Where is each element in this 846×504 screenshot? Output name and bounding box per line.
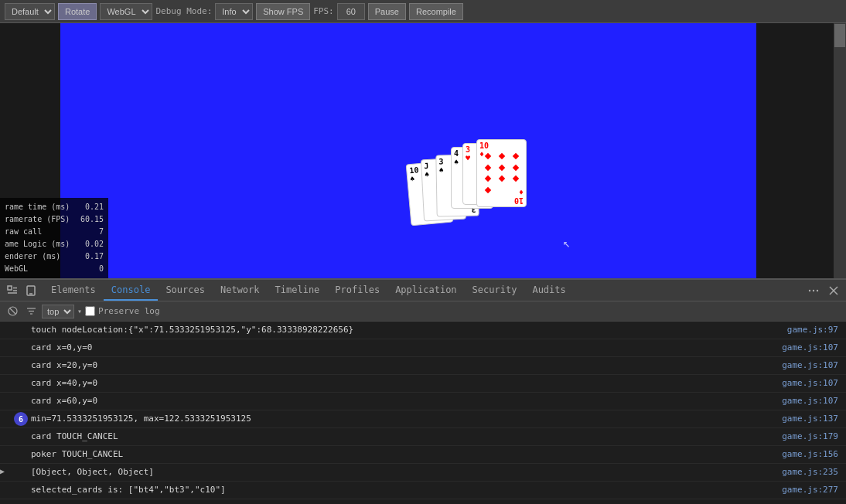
inspect-element-button[interactable]: [3, 281, 22, 300]
console-row-text: card x=20,y=0: [31, 359, 779, 372]
card-1-top: 10♠: [409, 165, 420, 183]
diamond-7: [484, 175, 490, 182]
frame-time-label: rame time (ms): [5, 201, 70, 213]
cursor-arrow: ↖: [563, 236, 571, 250]
device-mode-button[interactable]: [22, 281, 40, 300]
console-row-arrow: [0, 341, 11, 342]
game-logic-value: 0.02: [85, 238, 104, 250]
frame-time-value: 0.21: [85, 201, 104, 213]
console-row-badge: [14, 323, 28, 337]
renderer-label: enderer (ms): [5, 250, 60, 263]
fps-input[interactable]: [337, 3, 365, 20]
console-row-badge: [14, 341, 28, 355]
console-row-link[interactable]: game.js:97: [784, 323, 841, 336]
devtools-panel: Elements Console Sources Network Timelin…: [0, 278, 846, 504]
console-row: poker TOUCH_CANCELgame.js:156: [0, 446, 846, 464]
diamond-9: [512, 175, 518, 182]
card-5-top: 3♥: [466, 145, 470, 162]
console-row-badge: [14, 483, 28, 497]
tab-sources[interactable]: Sources: [158, 280, 213, 301]
console-row: ▶[Object, Object, Object]game.js:235: [0, 464, 846, 482]
svg-rect-0: [8, 286, 12, 290]
tab-audits[interactable]: Audits: [524, 280, 573, 301]
console-row-link[interactable]: game.js:107: [779, 341, 841, 354]
card-3-top: 3♠: [438, 157, 443, 174]
console-row-link[interactable]: game.js:277: [779, 483, 841, 496]
draw-call-value: 7: [99, 226, 104, 238]
console-row-arrow: [0, 412, 11, 414]
console-row-link[interactable]: game.js:179: [779, 430, 841, 443]
console-row-badge: [14, 448, 28, 461]
tab-timeline[interactable]: Timeline: [268, 280, 328, 301]
toolbar: Default Rotate WebGL Debug Mode: Info Sh…: [0, 0, 846, 23]
webgl-select[interactable]: WebGL: [100, 3, 152, 20]
framerate-value: 60.15: [80, 213, 104, 226]
tab-application[interactable]: Application: [387, 280, 464, 301]
console-row-link[interactable]: game.js:235: [779, 465, 841, 478]
console-row-badge: [14, 394, 28, 408]
devtools-tabs: Elements Console Sources Network Timelin…: [43, 280, 574, 301]
console-row-link[interactable]: game.js:107: [779, 376, 841, 390]
console-output[interactable]: touch nodeLocation:{"x":71.5333251953125…: [0, 322, 846, 504]
close-devtools-button[interactable]: [824, 281, 843, 300]
layout-select[interactable]: Default: [5, 3, 55, 20]
console-row-badge: [14, 430, 28, 444]
show-fps-button[interactable]: Show FPS: [256, 3, 310, 20]
fps-game-logic-row: ame Logic (ms) 0.02: [5, 238, 104, 250]
console-row-link[interactable]: game.js:156: [779, 448, 841, 461]
console-row-text: touch nodeLocation:{"x":71.5333251953125…: [31, 323, 784, 336]
game-logic-label: ame Logic (ms): [5, 238, 70, 250]
console-row-link[interactable]: game.js:107: [779, 394, 841, 407]
canvas-scrollbar[interactable]: [834, 23, 846, 278]
scrollbar-thumb[interactable]: [834, 24, 845, 47]
tab-security[interactable]: Security: [465, 280, 525, 301]
console-row: card x=60,y=0game.js:107: [0, 393, 846, 410]
context-filter-select[interactable]: top: [42, 305, 74, 318]
console-row: card x=40,y=0game.js:107: [0, 375, 846, 393]
svg-point-6: [809, 289, 810, 291]
game-canvas: 10♠ 10♠ J♠ J♠ 3♠ 3♠ ♥ 4♠ 4♠ 3♥ 3♥: [60, 23, 756, 278]
fps-frame-time-row: rame time (ms) 0.21: [5, 201, 104, 213]
filter-button[interactable]: [23, 304, 39, 319]
console-row: selected_cards is: ["bt4","bt3","c10"]ga…: [0, 482, 846, 499]
console-row-arrow: [0, 448, 11, 449]
console-row-arrow: [0, 323, 11, 325]
diamond-5: [498, 164, 504, 170]
tab-console[interactable]: Console: [104, 280, 159, 301]
card-4-top: 4♠: [454, 149, 459, 166]
preserve-log-label[interactable]: Preserve log: [98, 306, 159, 316]
console-row-text: min=71.5333251953125, max=122.5333251953…: [31, 412, 779, 425]
clear-console-button[interactable]: [5, 304, 20, 319]
draw-call-label: raw call: [5, 226, 42, 238]
debug-mode-select[interactable]: Info: [215, 3, 253, 20]
console-row-text: card x=60,y=0: [31, 394, 779, 407]
console-row: card x=0,y=0game.js:107: [0, 339, 846, 357]
console-row-link[interactable]: game.js:137: [779, 412, 841, 425]
cards-container: 10♠ 10♠ J♠ J♠ 3♠ 3♠ ♥ 4♠ 4♠ 3♥ 3♥: [408, 143, 548, 236]
filter-arrow: ▾: [77, 307, 82, 315]
debug-mode-label: Debug Mode:: [155, 6, 212, 16]
framerate-label: ramerate (FPS): [5, 213, 70, 226]
tab-profiles[interactable]: Profiles: [327, 280, 387, 301]
webgl-label: WebGL: [5, 263, 28, 275]
recompile-button[interactable]: Recompile: [409, 3, 463, 20]
fps-framerate-row: ramerate (FPS) 60.15: [5, 213, 104, 226]
canvas-area: 10♠ 10♠ J♠ J♠ 3♠ 3♠ ♥ 4♠ 4♠ 3♥ 3♥: [0, 23, 846, 278]
rotate-button[interactable]: Rotate: [58, 3, 97, 20]
devtools-topbar-right: [804, 281, 843, 300]
console-row: card x=20,y=0game.js:107: [0, 357, 846, 375]
svg-line-12: [10, 308, 15, 314]
console-row-badge: [14, 359, 28, 373]
console-row-arrow[interactable]: ▶: [0, 465, 11, 475]
console-row-badge: [14, 465, 28, 479]
diamond-6: [512, 164, 518, 170]
console-row-link[interactable]: game.js:107: [779, 359, 841, 372]
pause-button[interactable]: Pause: [368, 3, 406, 20]
console-row-text: selected_cards is: ["bt4","bt3","c10"]: [31, 483, 779, 496]
diamond-2: [498, 153, 504, 159]
tab-network[interactable]: Network: [213, 280, 268, 301]
console-row-text: [Object, Object, Object]: [31, 465, 779, 478]
preserve-log-checkbox[interactable]: [85, 306, 95, 316]
tab-elements[interactable]: Elements: [43, 280, 104, 301]
more-options-button[interactable]: [804, 281, 823, 300]
